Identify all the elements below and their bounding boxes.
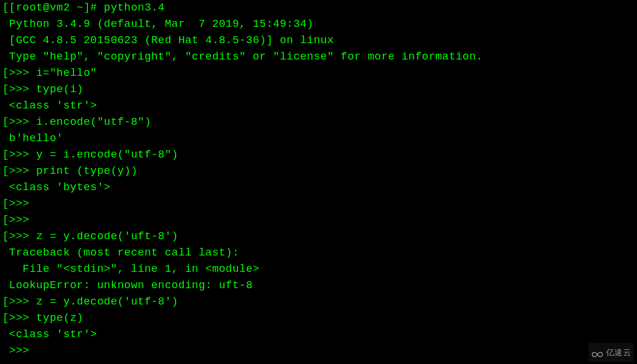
terminal-line: [>>> i="hello" [2,65,635,82]
terminal-line: LookupError: unknown encoding: uft-8 [2,278,635,294]
terminal-line: <class 'bytes'> [2,180,635,196]
terminal-line: [>>> y = i.encode("utf-8") [2,147,635,163]
watermark: 亿速云 [589,343,634,362]
terminal-line: <class 'str'> [2,98,635,114]
terminal-line: <class 'str'> [2,327,635,343]
terminal-line: b'hello' [2,131,635,147]
terminal-line: [>>> type(i) [2,82,635,98]
terminal-line: [>>> print (type(y)) [2,163,635,180]
terminal-line: Type "help", "copyright", "credits" or "… [2,49,635,65]
terminal-line: File "<stdin>", line 1, in <module> [2,261,635,278]
watermark-text: 亿速云 [606,344,632,360]
terminal-line: [>>> [2,212,635,229]
cloud-infinity-icon [591,348,604,357]
terminal-line: [[root@vm2 ~]# python3.4 [2,0,635,16]
terminal-line: [>>> [2,196,635,212]
terminal-line: >>> [2,343,635,359]
terminal-line: [>>> z = y.decode('uft-8') [2,229,635,245]
terminal-line: [>>> type(z) [2,310,635,327]
terminal-line: Traceback (most recent call last): [2,245,635,261]
terminal-line: [GCC 4.8.5 20150623 (Red Hat 4.8.5-36)] … [2,33,635,49]
terminal-line: [>>> z = y.decode('utf-8') [2,294,635,310]
terminal-line: [>>> i.encode("utf-8") [2,114,635,131]
terminal-line: Python 3.4.9 (default, Mar 7 2019, 15:49… [2,16,635,33]
terminal-output[interactable]: [[root@vm2 ~]# python3.4 Python 3.4.9 (d… [0,0,637,359]
